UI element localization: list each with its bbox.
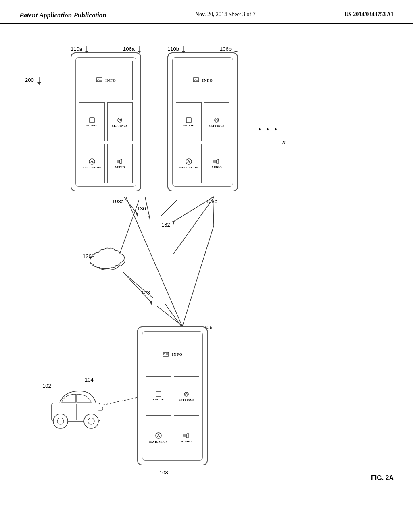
svg-point-38: [97, 79, 98, 81]
cell-audio-bottom: AUDIO: [174, 418, 200, 457]
svg-line-29: [124, 197, 137, 214]
nav-icon-bottom: [155, 432, 162, 440]
svg-marker-34: [150, 301, 152, 305]
svg-point-19: [96, 259, 119, 269]
svg-point-16: [91, 254, 107, 266]
ref-102: 102: [42, 383, 51, 389]
settings-icon-bottom: [183, 391, 190, 398]
svg-point-58: [163, 353, 165, 355]
svg-line-1: [173, 197, 214, 254]
svg-point-43: [119, 119, 121, 121]
device-outer-110a: INFO PHONE SETTINGS: [71, 52, 141, 191]
ref-108: 108: [159, 470, 168, 476]
n-label: n: [282, 139, 286, 145]
ref-128: 128: [141, 289, 150, 295]
svg-point-44: [89, 159, 95, 164]
ref-200: 200: [25, 77, 43, 85]
cell-nav-bottom: NAVIGATION: [146, 418, 171, 457]
screen-grid-106b: INFO PHONE SETTINGS: [176, 61, 229, 183]
phone-label-bottom: PHONE: [153, 398, 164, 401]
info-icon-bottom: [162, 351, 169, 358]
nav-label-b: NAVIGATION: [179, 166, 198, 169]
device-inner-106b: INFO PHONE SETTINGS: [172, 57, 233, 187]
svg-point-62: [184, 392, 188, 396]
svg-point-24: [88, 418, 94, 424]
phone-label: PHONE: [86, 124, 97, 127]
svg-point-48: [194, 79, 195, 81]
svg-point-21: [53, 414, 68, 428]
svg-point-23: [84, 414, 98, 428]
ref-106a: 106a: [123, 46, 142, 54]
phone-label-b: PHONE: [183, 124, 194, 127]
patent-number: US 2014/0343753 A1: [344, 11, 394, 18]
cell-phone-106b: PHONE: [176, 102, 202, 141]
svg-point-53: [216, 119, 217, 121]
phone-icon-b: [186, 117, 192, 124]
svg-rect-51: [186, 118, 191, 123]
svg-rect-47: [193, 78, 199, 82]
info-icon: [96, 77, 103, 84]
info-label: INFO: [105, 79, 116, 83]
device-bottom-106: INFO PHONE SETTINGS: [137, 326, 208, 466]
svg-marker-32: [172, 221, 175, 225]
svg-marker-76: [234, 51, 238, 53]
cell-info-bottom: INFO: [146, 335, 199, 374]
audio-label-bottom: AUDIO: [181, 440, 192, 443]
svg-point-63: [186, 393, 187, 395]
fig-label: FIG. 2A: [371, 474, 394, 482]
nav-label: NAVIGATION: [82, 166, 101, 169]
svg-point-52: [215, 118, 219, 122]
svg-point-18: [110, 254, 124, 266]
svg-marker-74: [181, 51, 186, 53]
ref-126: 126: [83, 253, 92, 259]
cell-audio-106b: AUDIO: [204, 144, 230, 183]
audio-icon: [117, 158, 123, 166]
diagram-area: INFO PHONE SETTINGS: [0, 24, 413, 530]
ref-110b: 110b: [167, 46, 187, 54]
nav-icon: [88, 158, 96, 166]
cell-settings-106b: SETTINGS: [204, 102, 230, 141]
svg-point-64: [156, 433, 161, 438]
svg-rect-61: [156, 392, 161, 397]
ref-108a: 108a: [112, 198, 124, 204]
settings-label: SETTINGS: [112, 124, 128, 127]
screen-grid-106-bottom: INFO PHONE SETTINGS: [146, 335, 199, 457]
svg-rect-41: [90, 118, 94, 123]
device-inner-106-bottom: INFO PHONE SETTINGS: [142, 331, 203, 461]
svg-marker-72: [137, 51, 141, 53]
svg-point-54: [186, 159, 192, 164]
svg-point-12: [90, 253, 108, 267]
svg-point-13: [98, 249, 119, 265]
sheet-info: Nov. 20, 2014 Sheet 3 of 7: [195, 11, 256, 18]
svg-line-33: [123, 272, 151, 302]
svg-line-35: [157, 306, 186, 328]
settings-label-bottom: SETTINGS: [179, 398, 194, 401]
svg-point-15: [96, 258, 120, 270]
info-label-bottom: INFO: [172, 353, 183, 357]
cell-settings-106a: SETTINGS: [107, 102, 133, 141]
svg-point-22: [57, 418, 64, 424]
svg-marker-30: [136, 213, 138, 217]
info-label-b: INFO: [202, 79, 213, 83]
phone-icon: [89, 117, 95, 124]
cell-nav-106a: NAVIGATION: [79, 144, 105, 183]
ref-132: 132: [161, 222, 170, 228]
svg-rect-25: [98, 407, 103, 410]
page-header: Patent Application Publication Nov. 20, …: [0, 0, 413, 24]
svg-point-14: [109, 254, 125, 266]
cell-nav-106b: NAVIGATION: [176, 144, 202, 183]
svg-line-7: [165, 304, 181, 326]
audio-icon-bottom: [183, 432, 190, 440]
audio-icon-b: [213, 158, 220, 166]
ref-130: 130: [137, 206, 146, 212]
ref-104: 104: [85, 377, 94, 383]
cell-info-106a: INFO: [79, 61, 133, 100]
settings-icon: [117, 117, 123, 124]
cell-info-106b: INFO: [176, 61, 229, 100]
nav-icon-b: [185, 158, 192, 166]
publication-title: Patent Application Publication: [19, 11, 106, 19]
svg-point-42: [118, 118, 122, 122]
svg-point-17: [99, 250, 119, 264]
device-inner-106a: INFO PHONE SETTINGS: [75, 57, 136, 187]
svg-rect-37: [96, 78, 102, 82]
